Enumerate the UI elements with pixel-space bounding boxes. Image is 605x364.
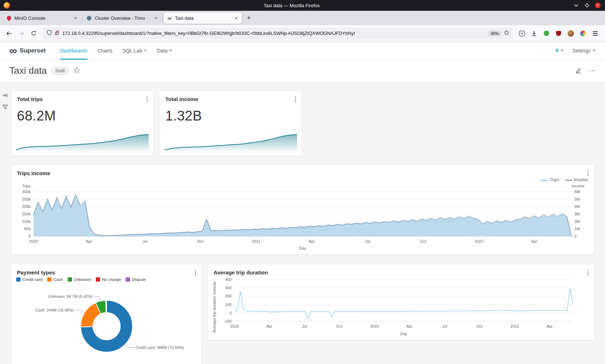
dashboard-actions-button[interactable] [590,70,596,72]
svg-text:2020: 2020 [29,239,38,244]
svg-text:2022: 2022 [510,324,519,328]
window-close-button[interactable]: × [595,3,601,8]
trips-sparkline[interactable] [16,133,149,151]
infinity-icon: ∞ [9,45,17,56]
tab-minio-console[interactable]: MinIO Console × [3,12,81,24]
settings-menu[interactable]: Settings [572,48,596,54]
nav-item-charts[interactable]: Charts [98,42,112,60]
legend-item[interactable]: Cash [47,277,63,282]
filter-funnel-icon[interactable] [3,104,8,111]
browser-toolbar: 172.18.0.4:32295/superset/dashboard/1/?n… [0,25,605,42]
url-text[interactable]: 172.18.0.4:32295/superset/dashboard/1/?n… [62,31,486,36]
payment-legend[interactable]: Credit cardCashUnknownNo chargeDispute [16,277,199,282]
big-number-value: 1.32B [165,108,202,124]
chevron-down-icon [593,50,596,51]
svg-text:50k: 50k [24,227,31,231]
back-button[interactable] [4,28,14,39]
avg-duration-chart[interactable]: 4003002001000-1002020AprJulOct2021AprJul… [220,277,584,337]
svg-text:100: 100 [225,302,232,307]
tab-close-button[interactable]: × [73,15,78,21]
ublock-extension-icon[interactable] [555,29,563,37]
downloads-button[interactable] [530,29,538,37]
tab-taxi-data[interactable]: ∞ Taxi data × [163,12,242,24]
tab-label: Taxi data [175,15,194,21]
zoom-indicator[interactable]: 90% [489,31,501,36]
tab-separator [162,14,163,22]
svg-text:2M: 2M [574,219,580,224]
nav-item-sql-lab[interactable]: SQL Lab [122,42,147,60]
svg-text:Day: Day [299,246,306,250]
legend-item[interactable]: Unknown [68,277,91,282]
svg-text:400: 400 [225,277,232,282]
firefox-icon [4,2,10,9]
svg-text:300: 300 [225,286,232,290]
url-bar[interactable]: 172.18.0.4:32295/superset/dashboard/1/?n… [43,28,513,39]
brand-name: Superset [19,47,46,54]
legend-item[interactable]: Dispute [126,277,146,282]
edit-dashboard-button[interactable] [575,67,582,75]
svg-text:2022: 2022 [475,239,483,244]
nav-item-dashboards[interactable]: Dashboards [60,42,88,60]
favorite-star-button[interactable] [73,67,80,75]
svg-text:Jul: Jul [302,324,307,328]
card-menu-button[interactable] [194,269,197,277]
svg-text:1M: 1M [574,227,580,231]
extension-pinwheel-icon[interactable] [579,29,587,37]
extension-green-icon[interactable] [542,29,550,37]
trips-income-chart[interactable]: 300k250k200k150k100k50k06M5M4M3M2M1M0202… [16,190,589,251]
legend-item[interactable]: Credit card [16,277,42,282]
svg-text:200: 200 [225,294,232,298]
tracking-protection-shield-icon[interactable] [47,30,52,37]
income-sparkline[interactable] [165,133,297,151]
svg-text:Jul: Jul [442,324,447,328]
reload-button[interactable] [28,28,39,39]
trips-income-legend[interactable]: TripsIncome [541,177,588,182]
page-title: Taxi data [9,65,47,76]
expand-filters-button[interactable] [2,93,8,99]
svg-text:2021: 2021 [370,324,379,328]
payment-donut-chart[interactable]: Credit card: 984M (74.56%)Cash: 244M (18… [11,284,202,364]
card-menu-button[interactable] [145,95,149,103]
hamburger-icon [593,31,598,36]
superset-icon: ∞ [167,15,172,21]
bookmark-star-icon[interactable] [504,30,509,37]
legend-item[interactable]: Trips [541,177,559,182]
svg-text:2021: 2021 [252,239,260,244]
nav-item-data[interactable]: Data [157,42,172,60]
superset-logo[interactable]: ∞ Superset [9,45,46,56]
window-title: Taxi data — Mozilla Firefox [10,3,573,8]
window-titlebar: Taxi data — Mozilla Firefox × [0,0,605,11]
new-tab-button[interactable]: + [243,13,254,23]
window-maximize-button[interactable] [584,3,590,8]
legend-item[interactable]: Income [565,177,588,182]
svg-text:Oct: Oct [476,324,483,328]
svg-text:0: 0 [28,234,31,238]
new-item-plus-button[interactable]: + [555,46,564,55]
card-menu-button[interactable] [586,169,590,177]
svg-text:Credit card: 984M (74.56%): Credit card: 984M (74.56%) [135,345,184,350]
dashboard-content: Total trips 68.2M Total income 1.32B Tri… [0,82,605,364]
svg-text:Oct: Oct [336,324,342,328]
card-menu-button[interactable] [586,269,590,277]
pocket-button[interactable] [518,29,526,37]
svg-text:Cash: 244M (18.48%): Cash: 244M (18.48%) [35,308,74,312]
svg-text:Jul: Jul [142,239,147,244]
svg-text:6M: 6M [574,190,580,194]
tab-close-button[interactable]: × [153,15,158,21]
connection-lock-icon[interactable] [55,30,59,37]
tab-trino-cluster[interactable]: Cluster Overview - Trino × [83,12,162,24]
forward-button[interactable] [16,28,27,39]
card-menu-button[interactable] [294,95,297,103]
svg-text:0: 0 [574,234,577,238]
pencil-icon [575,67,582,73]
svg-text:100k: 100k [22,219,31,224]
svg-text:0: 0 [229,311,232,315]
chart-title: Trips income [17,170,50,176]
filter-rail [2,93,8,111]
menu-button[interactable] [591,29,599,37]
account-avatar[interactable] [567,29,575,37]
legend-item[interactable]: No charge [96,277,121,282]
window-minimize-button[interactable] [573,3,579,8]
card-trips-income: Trips income TripsIncome Trips Income 30… [11,165,594,255]
tab-close-button[interactable]: × [234,15,239,21]
